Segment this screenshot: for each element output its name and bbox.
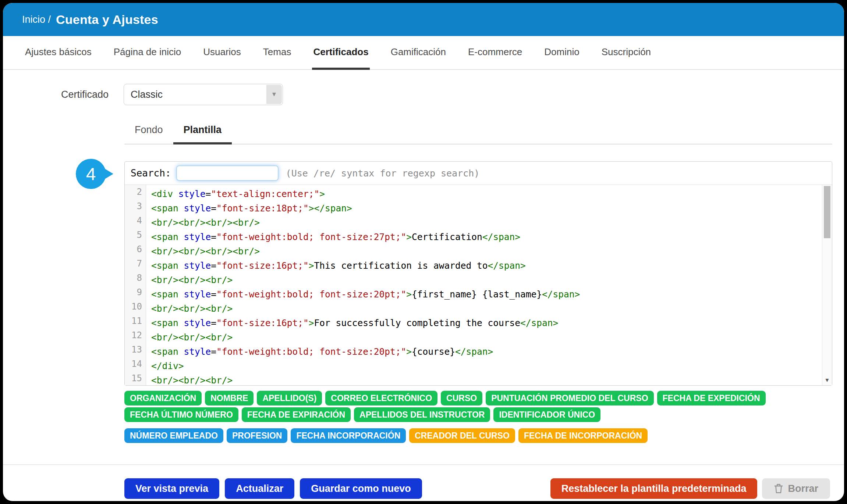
line-number: 12 — [125, 330, 146, 344]
search-regexp-hint: (Use /re/ syntax for regexp search) — [286, 168, 480, 179]
breadcrumb-home-link[interactable]: Inicio / — [22, 14, 51, 25]
tab-ajustes-basicos[interactable]: Ajustes básicos — [24, 36, 93, 70]
editor-scrollbar[interactable]: ▼ — [822, 185, 832, 385]
code-line: <div style="text-align:center;"> — [151, 187, 580, 201]
placeholder-tags-misc: NÚMERO EMPLEADOPROFESIONFECHA INCORPORAC… — [124, 428, 832, 443]
callout-step-number: 4 — [86, 164, 96, 184]
tab-pagina-de-inicio[interactable]: Página de inicio — [113, 36, 182, 70]
line-number: 3 — [125, 201, 146, 215]
placeholder-tag-puntuacion-promedio-del-curso[interactable]: PUNTUACIÓN PROMEDIO DEL CURSO — [486, 391, 653, 405]
actualizar-button[interactable]: Actualizar — [225, 478, 294, 499]
placeholder-tag-fecha-ultimo-numero[interactable]: FECHA ÚLTIMO NÚMERO — [124, 407, 238, 422]
delete-button-label: Borrar — [788, 483, 818, 494]
subtab-plantilla[interactable]: Plantilla — [173, 124, 232, 144]
scrollbar-down-arrow-icon[interactable]: ▼ — [822, 377, 832, 383]
editor-search-bar: Search: (Use /re/ syntax for regexp sear… — [125, 162, 832, 185]
subtab-fondo[interactable]: Fondo — [124, 124, 173, 144]
placeholder-tag-fecha-incorporacion[interactable]: FECHA INCORPORACIÓN — [291, 428, 406, 443]
line-number: 10 — [125, 301, 146, 316]
code-line: <span style="font-size:16pt;">This certi… — [151, 258, 580, 273]
code-line: <br/><br/><br/> — [151, 330, 580, 344]
placeholder-tag-organizacion[interactable]: ORGANIZACIÓN — [124, 391, 202, 405]
placeholder-tag-apellido-s[interactable]: APELLIDO(S) — [257, 391, 322, 405]
placeholder-tag-creador-del-curso[interactable]: CREADOR DEL CURSO — [409, 428, 515, 443]
placeholder-tags-green: ORGANIZACIÓNNOMBREAPELLIDO(S)CORREO ELEC… — [124, 391, 832, 422]
actions-divider — [3, 464, 844, 465]
placeholder-tag-fecha-de-incorporacion[interactable]: FECHA DE INCORPORACIÓN — [518, 428, 648, 443]
code-line: <span style="font-weight:bold; font-size… — [151, 344, 580, 359]
certificate-subtabs: FondoPlantilla — [124, 124, 832, 144]
certificate-label: Certificado — [61, 89, 124, 100]
search-input[interactable] — [176, 165, 279, 181]
tab-certificados[interactable]: Certificados — [312, 36, 369, 70]
tab-usuarios[interactable]: Usuarios — [202, 36, 242, 70]
code-line: <br/><br/><br/><br/> — [151, 244, 580, 258]
template-code-editor: Search: (Use /re/ syntax for regexp sear… — [124, 161, 832, 386]
tab-e-commerce[interactable]: E-commerce — [467, 36, 523, 70]
code-line: <br/><br/><br/> — [151, 273, 580, 287]
line-number: 5 — [125, 230, 146, 244]
code-line: <span style="font-size:18pt;"></span> — [151, 201, 580, 215]
settings-page: Inicio / Cuenta y Ajustes Ajustes básico… — [3, 3, 844, 501]
callout-step-4-badge: 4 — [76, 159, 106, 189]
code-line: <br/><br/><br/><br/> — [151, 215, 580, 230]
placeholder-tag-identificador-unico[interactable]: IDENTIFICADOR ÚNICO — [493, 407, 600, 422]
placeholder-tag-profesion[interactable]: PROFESION — [227, 428, 287, 443]
placeholder-tag-nombre[interactable]: NOMBRE — [205, 391, 254, 405]
certificate-select-value: Classic — [131, 89, 163, 100]
line-number: 6 — [125, 244, 146, 258]
chevron-down-icon[interactable]: ▼ — [266, 85, 282, 104]
line-number: 8 — [125, 273, 146, 287]
certificate-select-row: Certificado Classic ▼ — [61, 84, 844, 105]
placeholder-tags: ORGANIZACIÓNNOMBREAPELLIDO(S)CORREO ELEC… — [124, 391, 832, 443]
code-area: 23456789101112131415 <div style="text-al… — [125, 185, 832, 385]
ver-vista-previa-button[interactable]: Ver vista previa — [124, 478, 219, 499]
line-number: 15 — [125, 373, 146, 385]
line-number: 7 — [125, 258, 146, 273]
code-line: </div> — [151, 359, 580, 373]
reset-template-button[interactable]: Restablecer la plantilla predeterminada — [550, 478, 758, 499]
code-line: <span style="font-weight:bold; font-size… — [151, 287, 580, 301]
line-number: 9 — [125, 287, 146, 301]
placeholder-tag-correo-electronico[interactable]: CORREO ELECTRÓNICO — [325, 391, 437, 405]
code-line: <br/><br/><br/> — [151, 373, 580, 385]
trash-icon — [774, 483, 783, 494]
settings-nav-tabs: Ajustes básicosPágina de inicioUsuariosT… — [3, 36, 844, 70]
line-number: 13 — [125, 344, 146, 359]
placeholder-tag-curso[interactable]: CURSO — [441, 391, 482, 405]
tab-dominio[interactable]: Dominio — [543, 36, 580, 70]
guardar-como-nuevo-button[interactable]: Guardar como nuevo — [300, 478, 422, 499]
line-number-gutter: 23456789101112131415 — [125, 185, 146, 385]
placeholder-tag-numero-empleado[interactable]: NÚMERO EMPLEADO — [124, 428, 223, 443]
tab-temas[interactable]: Temas — [262, 36, 293, 70]
code-content[interactable]: <div style="text-align:center;"><span st… — [146, 185, 580, 385]
line-number: 11 — [125, 316, 146, 330]
placeholder-tag-apellidos-del-instructor[interactable]: APELLIDOS DEL INSTRUCTOR — [354, 407, 490, 422]
code-line: <span style="font-size:16pt;">For succes… — [151, 316, 580, 330]
line-number: 2 — [125, 187, 146, 201]
search-label: Search: — [131, 168, 171, 179]
placeholder-tag-fecha-de-expiracion[interactable]: FECHA DE EXPIRACIÓN — [242, 407, 351, 422]
line-number: 4 — [125, 215, 146, 230]
code-line: <span style="font-weight:bold; font-size… — [151, 230, 580, 244]
tab-suscripcion[interactable]: Suscripción — [600, 36, 652, 70]
placeholder-tag-fecha-de-expedicion[interactable]: FECHA DE EXPEDICIÓN — [657, 391, 766, 405]
delete-button[interactable]: Borrar — [762, 478, 830, 499]
top-header: Inicio / Cuenta y Ajustes — [3, 3, 844, 36]
scrollbar-thumb[interactable] — [824, 186, 830, 238]
page-title: Cuenta y Ajustes — [56, 12, 158, 27]
tab-gamificacion[interactable]: Gamificación — [390, 36, 447, 70]
line-number: 14 — [125, 359, 146, 373]
certificate-select[interactable]: Classic ▼ — [124, 84, 283, 105]
actions-bar: Ver vista previaActualizarGuardar como n… — [124, 478, 830, 499]
code-line: <br/><br/><br/> — [151, 301, 580, 316]
